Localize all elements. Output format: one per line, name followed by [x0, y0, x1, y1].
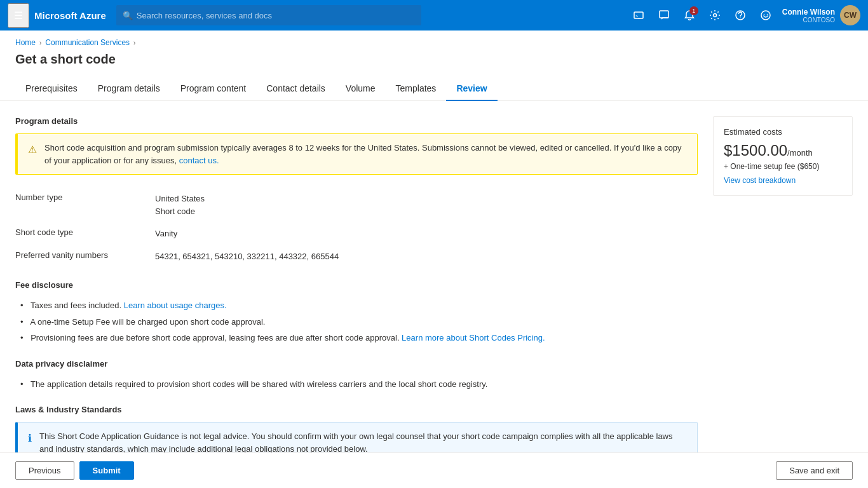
- smiley-button[interactable]: [754, 4, 777, 27]
- user-info: Connie Wilson CONTOSO: [782, 8, 835, 24]
- table-row: Short code type Vanity: [15, 222, 698, 245]
- laws-heading: Laws & Industry Standards: [15, 405, 698, 414]
- svg-point-7: [763, 14, 764, 15]
- list-item: Taxes and fees included. Learn about usa…: [20, 297, 698, 314]
- short-codes-pricing-link[interactable]: Learn more about Short Codes Pricing.: [402, 333, 545, 342]
- fee-disclosure-section: Fee disclosure Taxes and fees included. …: [15, 280, 698, 346]
- svg-text:>_: >_: [635, 14, 641, 19]
- field-number-type-label: Number type: [15, 193, 155, 217]
- contact-us-link[interactable]: contact us.: [179, 156, 219, 165]
- list-item: Provisioning fees are due before short c…: [20, 330, 698, 346]
- list-item: A one-time Setup Fee will be charged upo…: [20, 314, 698, 330]
- cost-amount: $1500.00: [724, 142, 787, 159]
- data-privacy-list: The application details required to prov…: [15, 376, 698, 393]
- field-short-code-type-label: Short code type: [15, 227, 155, 240]
- warning-icon: ⚠: [28, 142, 37, 166]
- notifications-button[interactable]: 1: [678, 4, 701, 27]
- user-org: CONTOSO: [803, 17, 835, 24]
- cloud-shell-button[interactable]: >_: [627, 4, 650, 27]
- svg-point-5: [740, 17, 740, 18]
- field-number-type-value: United StatesShort code: [155, 193, 205, 217]
- table-row: Number type United StatesShort code: [15, 187, 698, 222]
- info-icon: ℹ: [28, 431, 32, 455]
- content-area: Program details ⚠ Short code acquisition…: [0, 101, 868, 488]
- info-table: Number type United StatesShort code Shor…: [15, 187, 698, 268]
- fee-item-3-text: Provisioning fees are due before short c…: [31, 333, 402, 342]
- settings-button[interactable]: [703, 4, 726, 27]
- data-privacy-heading: Data privacy disclaimer: [15, 359, 698, 369]
- fee-list: Taxes and fees included. Learn about usa…: [15, 297, 698, 346]
- view-cost-breakdown-link[interactable]: View cost breakdown: [724, 176, 842, 185]
- cost-amount-row: $1500.00/month: [724, 142, 842, 159]
- field-vanity-label: Preferred vanity numbers: [15, 250, 155, 263]
- laws-info-text: This Short Code Application Guidance is …: [39, 430, 687, 455]
- hamburger-button[interactable]: ☰: [8, 3, 29, 28]
- left-buttons: Previous Submit: [15, 461, 134, 480]
- field-short-code-type-value: Vanity: [155, 227, 177, 240]
- tab-review[interactable]: Review: [446, 77, 497, 101]
- svg-point-8: [766, 14, 768, 15]
- tab-templates[interactable]: Templates: [386, 77, 447, 101]
- main-content: Home › Communication Services › Get a sh…: [0, 30, 868, 488]
- list-item: The application details required to prov…: [20, 376, 698, 393]
- data-privacy-text: The application details required to prov…: [31, 379, 487, 389]
- feedback-button[interactable]: [653, 4, 675, 27]
- cost-period: /month: [787, 148, 813, 158]
- estimated-costs-card: Estimated costs $1500.00/month + One-tim…: [713, 116, 853, 196]
- fee-item-2-text: A one-time Setup Fee will be charged upo…: [30, 317, 265, 327]
- topnav-icons: >_ 1: [627, 4, 860, 27]
- breadcrumb-sep-1: ›: [39, 39, 41, 46]
- user-name: Connie Wilson: [782, 8, 835, 17]
- search-bar[interactable]: 🔍: [116, 5, 421, 25]
- previous-button[interactable]: Previous: [15, 461, 74, 480]
- page-title: Get a short code: [0, 50, 868, 77]
- table-row: Preferred vanity numbers 54321, 654321, …: [15, 245, 698, 268]
- tab-volume[interactable]: Volume: [336, 77, 386, 101]
- svg-point-3: [713, 14, 716, 17]
- breadcrumb-service[interactable]: Communication Services: [45, 38, 130, 47]
- data-privacy-section: Data privacy disclaimer The application …: [15, 359, 698, 393]
- cost-card-title: Estimated costs: [724, 127, 842, 137]
- bottom-bar: Previous Submit Save and exit: [0, 452, 868, 488]
- breadcrumb: Home › Communication Services ›: [0, 30, 868, 50]
- fee-item-1-text: Taxes and fees included.: [31, 301, 124, 310]
- search-icon: 🔍: [123, 11, 133, 20]
- breadcrumb-home[interactable]: Home: [15, 38, 36, 47]
- user-menu[interactable]: Connie Wilson CONTOSO CW: [782, 5, 860, 25]
- submit-button[interactable]: Submit: [79, 461, 134, 480]
- warning-text: Short code acquisition and program submi…: [44, 142, 687, 166]
- tab-prerequisites[interactable]: Prerequisites: [15, 77, 88, 101]
- tab-program-content[interactable]: Program content: [170, 77, 257, 101]
- cost-setup-fee: + One-time setup fee ($650): [724, 162, 842, 171]
- usage-charges-link[interactable]: Learn about usage charges.: [124, 301, 227, 310]
- program-details-heading: Program details: [15, 116, 698, 126]
- tab-program-details[interactable]: Program details: [88, 77, 170, 101]
- help-button[interactable]: [729, 4, 752, 27]
- content-main: Program details ⚠ Short code acquisition…: [15, 116, 698, 476]
- search-input[interactable]: [137, 11, 415, 20]
- field-vanity-value: 54321, 654321, 543210, 332211, 443322, 6…: [155, 250, 339, 263]
- top-nav: ☰ Microsoft Azure 🔍 >_ 1: [0, 0, 868, 30]
- tabs-nav: Prerequisites Program details Program co…: [0, 77, 868, 101]
- fee-disclosure-heading: Fee disclosure: [15, 280, 698, 290]
- svg-point-6: [761, 11, 770, 20]
- svg-rect-2: [660, 11, 668, 18]
- azure-logo: Microsoft Azure: [34, 10, 106, 21]
- warning-box: ⚠ Short code acquisition and program sub…: [15, 133, 698, 175]
- save-exit-button[interactable]: Save and exit: [776, 461, 853, 480]
- notification-badge: 1: [689, 6, 698, 15]
- avatar: CW: [840, 5, 860, 25]
- breadcrumb-sep-2: ›: [133, 39, 135, 46]
- tab-contact-details[interactable]: Contact details: [256, 77, 336, 101]
